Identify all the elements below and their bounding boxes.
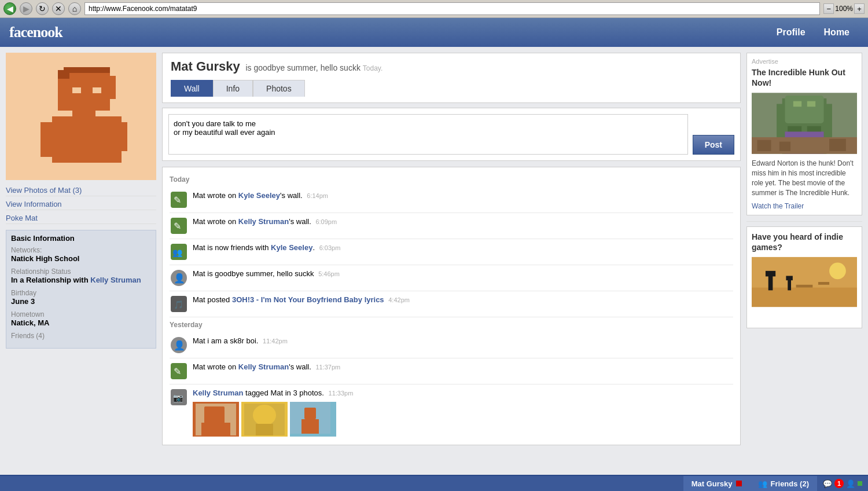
kelly-struman-link-2[interactable]: Kelly Struman	[238, 362, 289, 371]
feed-item-8: 📷 Kelly Struman tagged Mat in 3 photos. …	[170, 384, 733, 440]
svg-text:📷: 📷	[173, 393, 183, 403]
ad-indie: Have you heard of indie games?	[746, 226, 862, 328]
feed-item-4: 👤 Mat is goodbye summer, hello suckk 5:4…	[170, 265, 733, 291]
feed-item-2: ✎ Mat wrote on Kelly Struman's wall. 6:0…	[170, 213, 733, 239]
address-bar[interactable]	[84, 2, 820, 15]
tagged-photos	[193, 402, 733, 437]
nav-profile[interactable]: Profile	[767, 27, 815, 38]
kyle-seeley-link-2[interactable]: Kyle Seeley	[271, 243, 312, 252]
hometown-label: Hometown	[11, 310, 151, 318]
feed-text-4: Mat is goodbye summer, hello suckk 5:46p…	[193, 269, 733, 279]
profile-name: Mat Gursky	[171, 59, 240, 74]
svg-rect-30	[201, 423, 230, 435]
nav-home[interactable]: Home	[815, 27, 859, 38]
birthday-value: June 3	[11, 297, 151, 306]
feed-icon-status-2: 👤	[170, 336, 188, 354]
forward-button[interactable]: ▶	[20, 2, 32, 15]
birthday-label: Birthday	[11, 289, 151, 297]
relationship-label: Relationship Status	[11, 268, 151, 276]
view-photos-link[interactable]: View Photos of Mat (3)	[6, 185, 156, 196]
feed-item-1: ✎ Mat wrote on Kyle Seeley's wall. 6:14p…	[170, 187, 733, 213]
svg-rect-50	[829, 139, 846, 151]
svg-rect-10	[116, 122, 127, 151]
post-button[interactable]: Post	[693, 135, 734, 155]
relationship-person-link[interactable]: Kelly Struman	[90, 276, 141, 284]
svg-text:✎: ✎	[174, 221, 181, 231]
ad-image-2[interactable]	[752, 256, 857, 320]
tagged-photo-3[interactable]	[290, 402, 336, 437]
facebook-header: facenook Profile Home	[0, 18, 868, 47]
wall-post-box: don't you dare talk to me or my beautifu…	[162, 108, 741, 161]
svg-rect-42	[793, 101, 801, 107]
kelly-struman-link-3[interactable]: Kelly Struman	[193, 389, 243, 397]
svg-point-32	[253, 405, 276, 426]
ad-label-1: Advertise	[752, 58, 857, 65]
kyle-seeley-link-1[interactable]: Kyle Seeley	[238, 191, 280, 200]
poke-link[interactable]: Poke Mat	[6, 212, 156, 224]
watch-trailer-link[interactable]: Watch the Trailer	[752, 202, 804, 210]
feed-text-5: Mat posted 3OH!3 - I'm Not Your Boyfrien…	[193, 295, 733, 305]
zoom-level: 100%	[835, 5, 853, 13]
feed-text-1: Mat wrote on Kyle Seeley's wall. 6:14pm	[193, 190, 733, 201]
svg-rect-49	[779, 142, 790, 151]
svg-rect-2	[110, 76, 116, 99]
home-button[interactable]: ⌂	[68, 2, 81, 15]
feed-icon-wall-1: ✎	[170, 190, 188, 209]
networks-value: Natick High School	[11, 254, 151, 263]
wall-textarea[interactable]: don't you dare talk to me or my beautifu…	[168, 114, 688, 155]
feed-text-6: Mat i am a sk8r boi. 11:42pm	[193, 336, 733, 346]
svg-rect-8	[52, 116, 122, 163]
svg-rect-41	[785, 96, 823, 123]
svg-rect-29	[204, 406, 225, 424]
profile-picture	[6, 53, 156, 180]
feed-section: Today ✎ Mat wrote on Kyle Seeley's wall.…	[162, 167, 741, 445]
feed-item-6: 👤 Mat i am a sk8r boi. 11:42pm	[170, 332, 733, 358]
ad-title-2: Have you heard of indie games?	[752, 232, 857, 252]
basic-info-box: Basic Information Networks: Natick High …	[6, 230, 156, 349]
svg-rect-58	[796, 285, 813, 288]
tagged-photo-2[interactable]	[241, 402, 288, 437]
feed-time-3: 6:03pm	[319, 244, 341, 251]
feed-time-5: 4:42pm	[388, 296, 410, 303]
feed-text-8: Kelly Struman tagged Mat in 3 photos. 11…	[193, 388, 733, 437]
svg-rect-1	[58, 76, 64, 105]
profile-links: View Photos of Mat (3) View Information …	[6, 185, 156, 224]
svg-rect-33	[256, 424, 273, 435]
zoom-in-button[interactable]: +	[854, 3, 865, 14]
svg-rect-4	[64, 67, 110, 73]
svg-text:✎: ✎	[174, 367, 181, 376]
svg-text:👤: 👤	[174, 273, 185, 284]
networks-section: Networks: Natick High School	[11, 246, 151, 263]
feed-icon-friend: 👥	[170, 243, 188, 261]
networks-label: Networks:	[11, 246, 151, 254]
svg-rect-5	[58, 70, 69, 79]
browser-chrome: ◀ ▶ ↻ ✕ ⌂ − 100% +	[0, 0, 868, 18]
fb-logo[interactable]: facenook	[9, 24, 62, 41]
tab-wall[interactable]: Wall	[171, 80, 213, 97]
feed-icon-wall-3: ✎	[170, 362, 188, 380]
feed-time-7: 11:37pm	[315, 364, 340, 371]
left-sidebar: View Photos of Mat (3) View Information …	[6, 53, 156, 446]
tab-info[interactable]: Info	[213, 80, 253, 97]
tagged-photo-1[interactable]	[193, 402, 239, 437]
svg-rect-7	[93, 87, 101, 93]
svg-rect-36	[301, 419, 319, 434]
zoom-out-button[interactable]: −	[823, 3, 834, 14]
view-information-link[interactable]: View Information	[6, 199, 156, 210]
refresh-button[interactable]: ↻	[36, 2, 49, 15]
svg-rect-52	[752, 288, 857, 307]
feed-time-2: 6:09pm	[315, 218, 337, 225]
kelly-struman-link-1[interactable]: Kelly Struman	[238, 217, 289, 226]
svg-rect-9	[41, 122, 58, 157]
feed-text-3: Mat is now friends with Kyle Seeley. 6:0…	[193, 243, 733, 253]
feed-item-7: ✎ Mat wrote on Kelly Struman's wall. 11:…	[170, 358, 733, 384]
ad-image-1[interactable]	[752, 91, 857, 155]
feed-text-7: Mat wrote on Kelly Struman's wall. 11:37…	[193, 362, 733, 372]
svg-text:✎: ✎	[174, 195, 181, 205]
tab-photos[interactable]: Photos	[253, 80, 305, 97]
song-link[interactable]: 3OH!3 - I'm Not Your Boyfriend Baby lyri…	[232, 295, 384, 304]
back-button[interactable]: ◀	[3, 2, 16, 15]
svg-text:👥: 👥	[172, 248, 183, 258]
hometown-value: Natick, MA	[11, 318, 151, 327]
stop-button[interactable]: ✕	[52, 2, 65, 15]
